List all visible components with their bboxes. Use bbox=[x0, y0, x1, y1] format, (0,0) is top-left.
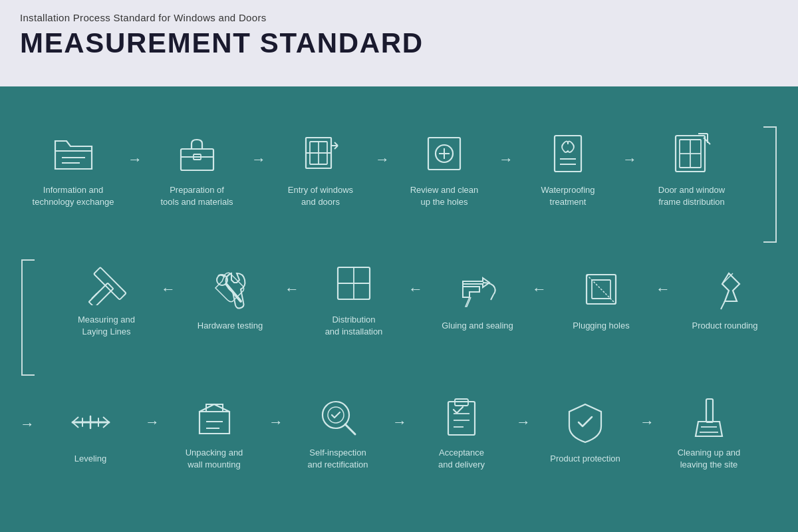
pushpin-icon bbox=[702, 267, 748, 313]
svg-line-27 bbox=[721, 301, 725, 309]
svg-rect-37 bbox=[93, 267, 126, 300]
search-icon bbox=[421, 131, 467, 178]
step-unpacking: Unpacking and wall mounting bbox=[161, 394, 267, 471]
arrow-3: → bbox=[375, 151, 390, 168]
box-unpack-icon bbox=[191, 394, 237, 440]
svg-line-53 bbox=[345, 424, 355, 434]
waterproof-icon bbox=[545, 131, 591, 178]
step-label-info-exchange: Information and technology exchange bbox=[33, 184, 114, 208]
arrow-4: → bbox=[499, 151, 513, 168]
step-product-protect: Product protection bbox=[532, 400, 638, 465]
arrow-r2-5: ← bbox=[161, 281, 176, 298]
step-label-measuring: Measuring and Laying Lines bbox=[78, 314, 135, 338]
step-self-inspect: Self-inspection and rectification bbox=[285, 394, 391, 471]
level-icon bbox=[67, 400, 114, 446]
process-row-2: Product rounding ← Plugging holes ← bbox=[20, 233, 778, 366]
arrow-5: → bbox=[622, 151, 637, 168]
step-cleaning: Cleaning up and leaving the site bbox=[656, 394, 762, 471]
arrow-2: → bbox=[251, 151, 266, 168]
start-arrow-row3: → bbox=[20, 416, 35, 433]
step-label-acceptance: Acceptance and delivery bbox=[438, 447, 485, 471]
svg-rect-60 bbox=[706, 399, 713, 422]
step-label-cleaning: Cleaning up and leaving the site bbox=[678, 447, 741, 471]
svg-rect-38 bbox=[88, 283, 113, 305]
process-row-1: Information and technology exchange → Pr… bbox=[20, 100, 778, 233]
header-title: MEASUREMENT STANDARD bbox=[20, 27, 778, 59]
step-entry-windows: Entry of windows and doors bbox=[267, 131, 374, 208]
broom-icon bbox=[686, 394, 732, 440]
step-info-exchange: Information and technology exchange bbox=[20, 131, 126, 208]
step-label-protect: Product protection bbox=[550, 453, 620, 465]
arrow-r3-4: → bbox=[516, 414, 531, 431]
step-review-holes: Review and clean up the holes bbox=[391, 131, 497, 208]
clipboard-check-icon bbox=[438, 394, 485, 440]
arrow-r3-3: → bbox=[392, 414, 407, 431]
step-label-tools: Preparation of tools and materials bbox=[160, 184, 233, 208]
step-label-inspect: Self-inspection and rectification bbox=[307, 447, 368, 471]
arrow-r2-1: ← bbox=[656, 281, 670, 298]
toolbox-icon bbox=[174, 131, 220, 178]
step-label-rounding: Product rounding bbox=[692, 320, 757, 332]
step-label-dist: Distribution and installation bbox=[325, 314, 383, 338]
arrow-r3-2: → bbox=[269, 414, 283, 431]
step-rounding: Product rounding bbox=[672, 267, 778, 332]
svg-point-54 bbox=[328, 407, 344, 423]
pencil-ruler-icon bbox=[83, 261, 130, 307]
right-bracket-1 bbox=[763, 126, 777, 243]
step-label-entry: Entry of windows and doors bbox=[288, 184, 353, 208]
wrench-icon bbox=[207, 267, 253, 313]
arrow-r3-1: → bbox=[145, 414, 160, 431]
step-label-review: Review and clean up the holes bbox=[410, 184, 479, 208]
svg-rect-55 bbox=[448, 402, 475, 435]
step-acceptance: Acceptance and delivery bbox=[408, 394, 515, 471]
step-waterproofing: Waterproofing treatment bbox=[515, 131, 621, 208]
step-measuring: Measuring and Laying Lines bbox=[53, 261, 160, 338]
header-subtitle: Installation Process Standard for Window… bbox=[20, 12, 778, 23]
arrow-r2-2: ← bbox=[532, 281, 547, 298]
shield-check-icon bbox=[562, 400, 608, 446]
step-gluing: Gluing and sealing bbox=[424, 267, 531, 332]
step-label-hardware: Hardware testing bbox=[198, 320, 263, 332]
step-label-frame: Door and window frame distribution bbox=[658, 184, 725, 208]
window-entry-icon bbox=[297, 131, 344, 178]
step-label-waterproof: Waterproofing treatment bbox=[541, 184, 595, 208]
step-leveling: Leveling bbox=[37, 400, 144, 465]
arrow-r3-5: → bbox=[640, 414, 654, 431]
step-label-gluing: Gluing and sealing bbox=[442, 320, 513, 332]
search-check-icon bbox=[315, 394, 361, 440]
arrow-1: → bbox=[128, 151, 142, 168]
process-row-3: → Leveling → bbox=[20, 366, 778, 499]
folder-icon bbox=[50, 131, 96, 178]
arrow-r2-3: ← bbox=[408, 281, 423, 298]
left-bracket-2 bbox=[21, 259, 35, 376]
svg-line-31 bbox=[587, 275, 616, 304]
plughole-icon bbox=[578, 267, 624, 313]
step-hardware-test: Hardware testing bbox=[177, 267, 283, 332]
svg-rect-17 bbox=[555, 136, 581, 172]
step-label-leveling: Leveling bbox=[74, 453, 106, 465]
arrow-r2-4: ← bbox=[285, 281, 299, 298]
svg-line-40 bbox=[94, 291, 100, 296]
step-label-plugging: Plugging holes bbox=[573, 320, 629, 332]
svg-line-32 bbox=[491, 295, 493, 300]
step-label-unpack: Unpacking and wall mounting bbox=[186, 447, 243, 471]
step-distribution: Distribution and installation bbox=[301, 261, 407, 338]
step-tools-prep: Preparation of tools and materials bbox=[144, 131, 250, 208]
glue-gun-icon bbox=[454, 267, 501, 313]
step-frame-dist: Door and window frame distribution bbox=[638, 131, 745, 208]
frame-dist-icon bbox=[668, 131, 715, 178]
grid-layout-icon bbox=[331, 261, 377, 307]
main-content: Information and technology exchange → Pr… bbox=[0, 86, 798, 532]
step-plugging: Plugging holes bbox=[548, 267, 654, 332]
header: Installation Process Standard for Window… bbox=[0, 0, 798, 86]
